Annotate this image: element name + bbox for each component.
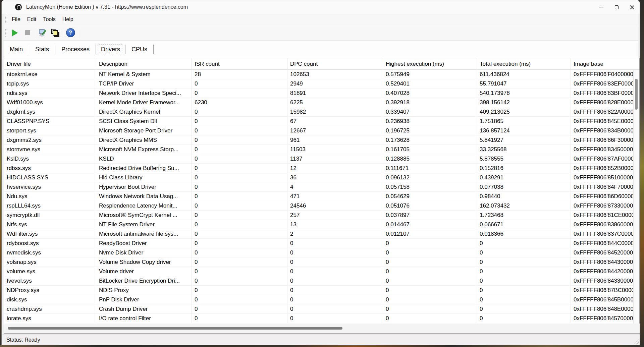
close-button[interactable]	[624, 0, 640, 14]
table-cell: 1137	[287, 154, 383, 164]
table-row[interactable]: dxgmms2.sysDirectX Graphics MMS09610.173…	[4, 135, 639, 145]
vertical-scrollbar[interactable]	[633, 70, 639, 324]
table-cell: Crash Dump Driver	[96, 304, 192, 314]
tab-cpus-hotkey: C	[131, 46, 136, 53]
table-row[interactable]: hvservice.sysHypervisor Boot Driver040.0…	[4, 182, 639, 192]
tab-separator	[153, 45, 154, 54]
maximize-button[interactable]	[609, 0, 624, 14]
menu-tools[interactable]: Tools	[40, 15, 59, 24]
table-row[interactable]: WdFilter.sysMicrosoft antimalware file s…	[4, 229, 639, 239]
column-header-highest-execution[interactable]: Highest execution (ms)	[383, 58, 477, 70]
table-row[interactable]: volsnap.sysVolume Shadow Copy driver0000…	[4, 257, 639, 267]
table-cell: 0.439291	[477, 173, 571, 182]
menu-help[interactable]: Help	[59, 15, 77, 24]
table-row[interactable]: fvevol.sysBitLocker Drive Encryption Dri…	[4, 276, 639, 286]
table-cell: 0	[287, 304, 383, 314]
table-cell: TCP/IP Driver	[96, 79, 192, 89]
table-row[interactable]: Ntfs.sysNT File System Driver0130.014467…	[4, 220, 639, 229]
column-header-description[interactable]: Description	[96, 58, 192, 70]
table-cell: 0xFFFFF806'822A0000	[571, 107, 639, 117]
table-cell: volume.sys	[4, 267, 96, 276]
table-row[interactable]: KslD.sysKSLD011370.1288855.8785550xFFFFF…	[4, 154, 639, 164]
table-row[interactable]: stornvme.sysMicrosoft NVM Express Storp.…	[4, 145, 639, 154]
table-row[interactable]: ndis.sysNetwork Driver Interface Speci..…	[4, 89, 639, 98]
table-row[interactable]: rdbss.sysRedirected Drive Buffering Su..…	[4, 164, 639, 173]
start-monitor-button[interactable]	[8, 27, 21, 39]
table-cell: 24546	[287, 201, 383, 211]
table-cell: 0xFFFFF806'85100000	[571, 173, 639, 182]
horizontal-scrollbar-thumb[interactable]	[8, 327, 342, 330]
table-row[interactable]: disk.sysPnP Disk Driver00000xFFFFF806'84…	[4, 295, 639, 304]
table-cell: 0	[383, 286, 477, 295]
tab-processes[interactable]: Processes	[57, 45, 94, 54]
table-row[interactable]: ntoskrnl.exeNT Kernel & System281026530.…	[4, 70, 639, 79]
vertical-scrollbar-thumb[interactable]	[635, 79, 638, 110]
table-cell: 5.841927	[477, 135, 571, 145]
table-row[interactable]: rspLLL64.sysResplendence Latency Monit..…	[4, 201, 639, 211]
table-cell: HIDCLASS.SYS	[4, 173, 96, 182]
table-cell: 0	[287, 314, 383, 323]
help-button[interactable]: ?	[64, 27, 77, 39]
table-cell: 0.014467	[383, 220, 477, 229]
table-cell: Volume driver	[96, 267, 192, 276]
table-row[interactable]: dxgkrnl.sysDirectX Graphics Kernel015982…	[4, 107, 639, 117]
resize-grip-icon[interactable]	[634, 339, 639, 344]
column-header-total-execution[interactable]: Total execution (ms)	[477, 58, 571, 70]
column-header-isr-count[interactable]: ISR count	[192, 58, 287, 70]
table-row[interactable]: crashdmp.sysCrash Dump Driver00000xFFFFF…	[4, 304, 639, 314]
table-row[interactable]: symcryptk.dllMicrosoft® SymCrypt Kernel …	[4, 211, 639, 220]
table-cell: 0	[192, 154, 287, 164]
edit-report-button[interactable]	[36, 27, 49, 39]
tab-stats-hotkey: S	[35, 46, 39, 53]
table-row[interactable]: Ndu.sysWindows Network Data Usag...04710…	[4, 192, 639, 201]
tab-cpus[interactable]: CPUs	[127, 45, 151, 54]
table-cell: 0	[287, 286, 383, 295]
table-row[interactable]: Wdf01000.sysKernel Mode Driver Framewor.…	[4, 98, 639, 107]
tab-drivers-label: rivers	[105, 46, 120, 53]
copy-report-button[interactable]	[49, 27, 62, 39]
table-cell: 0	[192, 295, 287, 304]
table-cell: rspLLL64.sys	[4, 201, 96, 211]
menu-file[interactable]: File	[8, 15, 24, 24]
table-row[interactable]: iorate.sysI/O rate control Filter00000xF…	[4, 314, 639, 323]
tab-main[interactable]: Main	[6, 45, 27, 54]
table-row[interactable]: CLASSPNP.SYSSCSI Class System Dll0670.23…	[4, 117, 639, 126]
menubar-gripper[interactable]	[5, 16, 6, 23]
table-cell: 0.018366	[477, 229, 571, 239]
table-row[interactable]: HIDCLASS.SYSHid Class Library0360.096132…	[4, 173, 639, 182]
column-header-dpc-count[interactable]: DPC count	[287, 58, 383, 70]
minimize-button[interactable]	[593, 0, 609, 14]
table-row[interactable]: tcpip.sysTCP/IP Driver029490.52940155.79…	[4, 79, 639, 89]
tab-stats[interactable]: Stats	[31, 45, 53, 54]
table-cell: Hid Class Library	[96, 173, 192, 182]
table-cell: 0	[477, 276, 571, 286]
table-cell: 0.128885	[383, 154, 477, 164]
column-header-driver-file[interactable]: Driver file	[4, 58, 96, 70]
column-header-image-base[interactable]: Image base	[571, 58, 639, 70]
table-cell: 0xFFFFF806'86F30000	[571, 135, 639, 145]
table-cell: Hypervisor Boot Driver	[96, 182, 192, 192]
table-cell: Windows Network Data Usag...	[96, 192, 192, 201]
horizontal-scrollbar[interactable]	[4, 324, 640, 333]
table-cell: 0	[477, 314, 571, 323]
stop-monitor-button[interactable]	[21, 27, 34, 39]
table-row[interactable]: storport.sysMicrosoft Storage Port Drive…	[4, 126, 639, 135]
menu-help-label: elp	[66, 16, 73, 22]
table-row[interactable]: NDProxy.sysNDIS Proxy00000xFFFFF806'87BC…	[4, 286, 639, 295]
table-cell: 0	[192, 211, 287, 220]
table-row[interactable]: rdyboost.sysReadyBoost Driver00000xFFFFF…	[4, 239, 639, 248]
table-cell: NT Kernel & System	[96, 70, 192, 79]
table-cell: 0.173628	[383, 135, 477, 145]
toolbar-gripper[interactable]	[5, 29, 6, 37]
table-row[interactable]: volume.sysVolume driver00000xFFFFF806'84…	[4, 267, 639, 276]
table-cell: 471	[287, 192, 383, 201]
menu-edit-hotkey: E	[27, 16, 31, 22]
table-cell: 0.111671	[383, 164, 477, 173]
table-cell: 0xFFFFF806'844C0000	[571, 239, 639, 248]
table-cell: Kernel Mode Driver Framewor...	[96, 98, 192, 107]
menu-edit[interactable]: Edit	[24, 15, 40, 24]
table-row[interactable]: nvmedisk.sysNvme Disk Driver00000xFFFFF8…	[4, 248, 639, 257]
table-cell: 961	[287, 135, 383, 145]
tab-drivers[interactable]: Drivers	[98, 45, 123, 54]
table-cell: 0xFFFFF806'84430000	[571, 257, 639, 267]
